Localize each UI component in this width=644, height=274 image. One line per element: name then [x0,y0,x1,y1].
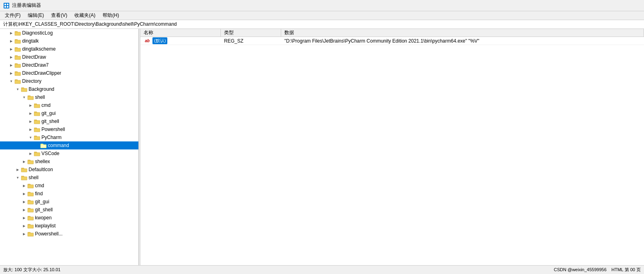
menu-help[interactable]: 帮助(H) [99,11,122,20]
svg-rect-2 [7,4,8,5]
folder-icon [34,110,40,116]
folder-icon [14,62,21,68]
ab-type-icon: ab [144,38,151,44]
menu-favorites[interactable]: 收藏夹(A) [71,11,99,20]
tree-item-powershell-bg[interactable]: Powershell [0,125,138,133]
tree-label: command [48,143,69,148]
tree-item-git-gui-dir[interactable]: git_gui [0,198,138,206]
tree-item-shellex-bg[interactable]: shellex [0,157,138,166]
value-data-cell: "D:\Program Files\JetBrains\PyCharm Comm… [281,37,644,45]
tree-item-kwplaylist-dir[interactable]: kwplaylist [0,222,138,230]
toggle-powershell-bg[interactable] [27,126,34,133]
tree-label: cmd [41,102,51,108]
tree-label: kwplaylist [35,223,56,229]
menu-file[interactable]: 文件(F) [2,11,24,20]
tree-panel[interactable]: DiagnosticLog dingtalk dingtalkscheme Di… [0,29,139,265]
toggle-directdrawclipper[interactable] [8,70,14,76]
tree-item-dingtalkscheme[interactable]: dingtalkscheme [0,45,138,53]
toggle-cmd-bg[interactable] [27,102,34,108]
tree-label: shell [35,94,45,100]
address-bar: 计算机\HKEY_CLASSES_ROOT\Directory\Backgrou… [0,20,644,29]
tree-item-command-bg[interactable]: command [0,141,138,149]
menu-edit[interactable]: 编辑(E) [25,11,47,20]
address-path: 计算机\HKEY_CLASSES_ROOT\Directory\Backgrou… [3,21,177,28]
registry-value-row[interactable]: ab (默认) REG_SZ "D:\Program Files\JetBrai… [140,37,644,45]
tree-item-background[interactable]: Background [0,85,138,93]
tree-label: git_shell [35,207,53,213]
toggle-defaulticon[interactable] [14,166,21,173]
tree-label: Powershell [41,127,65,132]
title-bar: 注册表编辑器 [0,0,644,11]
values-header: 名称 类型 数据 [140,29,644,37]
tree-item-directdraw[interactable]: DirectDraw [0,53,138,61]
tree-item-find-dir[interactable]: find [0,190,138,198]
toggle-directdraw7[interactable] [8,62,14,68]
tree-item-vscode-bg[interactable]: VSCode [0,149,138,157]
folder-icon [34,151,40,156]
folder-icon-open [27,94,34,100]
toggle-shellex-bg[interactable] [21,158,27,165]
menu-view[interactable]: 查看(V) [48,11,70,20]
toggle-kwopen-dir[interactable] [21,215,27,221]
tree-label: git_shell [41,119,59,124]
tree-item-directdraw7[interactable]: DirectDraw7 [0,61,138,69]
toggle-git-shell-dir[interactable] [21,207,27,213]
toggle-diagnosticlog[interactable] [8,30,14,36]
tree-item-diagnosticlog[interactable]: DiagnosticLog [0,29,138,37]
toggle-vscode-bg[interactable] [27,150,34,157]
toggle-background[interactable] [14,86,21,92]
tree-item-cmd-bg[interactable]: cmd [0,101,138,109]
tree-item-directory[interactable]: Directory [0,77,138,85]
folder-icon-open [34,135,40,140]
tree-item-shell-bg[interactable]: shell [0,93,138,101]
toggle-git-gui-bg[interactable] [27,110,34,117]
values-panel: 名称 类型 数据 ab (默认) REG_SZ "D:\Program File… [140,29,644,265]
col-header-name: 名称 [140,29,221,37]
tree-item-shell-dir[interactable]: shell [0,174,138,182]
folder-icon [14,54,21,60]
default-badge: (默认) [152,37,167,44]
status-right: CSDN @weixin_45599956 HTML 第 00 页 [554,267,641,273]
tree-label: git_gui [41,110,56,116]
folder-icon [27,159,34,164]
folder-icon [27,223,34,229]
tree-label: Background [29,86,54,92]
tree-item-directdrawclipper[interactable]: DirectDrawClipper [0,69,138,77]
toggle-powershell-dir[interactable] [21,231,27,237]
value-type-cell: REG_SZ [221,37,281,45]
folder-icon [21,167,27,172]
status-left: 放大: 100 文字大小: 25.10.01 [3,267,60,273]
tree-label: Directory [22,78,41,84]
toggle-shell-dir[interactable] [14,174,21,181]
toggle-pycharm-bg[interactable] [27,134,34,141]
folder-icon [27,231,34,237]
tree-label: DirectDrawClipper [22,70,61,76]
toggle-directdraw[interactable] [8,54,14,60]
tree-item-defaulticon[interactable]: DefaultIcon [0,166,138,174]
toggle-cmd-dir[interactable] [21,182,27,189]
col-header-data: 数据 [281,29,644,37]
folder-icon [34,102,40,108]
toggle-dingtalkscheme[interactable] [8,46,14,52]
tree-label: kwopen [35,215,51,221]
tree-item-powershell-dir[interactable]: Powershell... [0,230,138,238]
toggle-kwplaylist-dir[interactable] [21,223,27,229]
tree-item-git-shell-dir[interactable]: git_shell [0,206,138,214]
svg-rect-3 [4,6,6,8]
tree-item-dingtalk[interactable]: dingtalk [0,37,138,45]
toggle-find-dir[interactable] [21,190,27,197]
toggle-git-gui-dir[interactable] [21,198,27,205]
folder-icon [34,119,40,124]
tree-item-git-gui-bg[interactable]: git_gui [0,109,138,117]
tree-item-pycharm-bg[interactable]: PyCharm [0,133,138,141]
menu-bar: 文件(F) 编辑(E) 查看(V) 收藏夹(A) 帮助(H) [0,11,644,20]
tree-label: Powershell... [35,231,63,237]
toggle-git-shell-bg[interactable] [27,118,34,125]
tree-item-git-shell-bg[interactable]: git_shell [0,117,138,125]
toggle-directory[interactable] [8,78,14,84]
tree-item-kwopen-dir[interactable]: kwopen [0,214,138,222]
toggle-dingtalk[interactable] [8,38,14,44]
tree-label: DiagnosticLog [22,30,53,36]
toggle-shell-bg[interactable] [21,94,27,100]
tree-item-cmd-dir[interactable]: cmd [0,182,138,190]
